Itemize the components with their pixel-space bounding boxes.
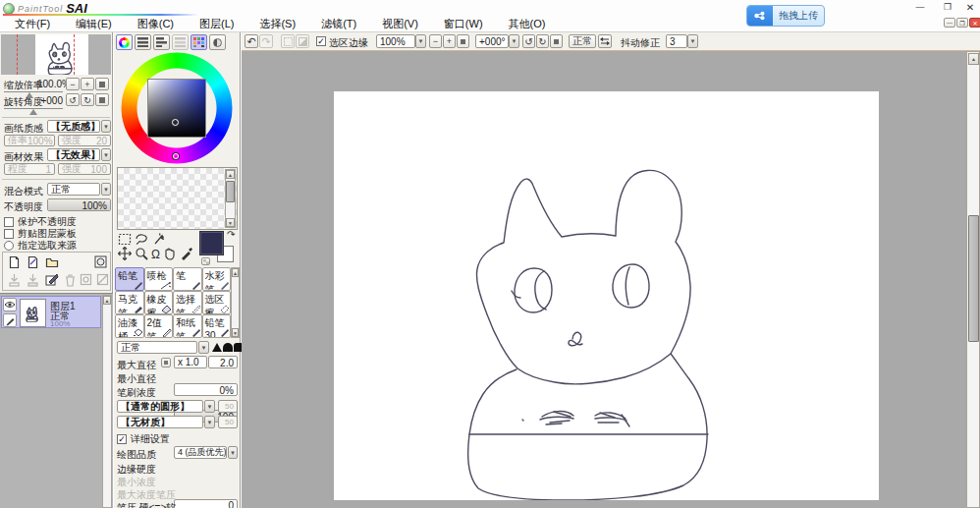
navigator-rotate-cw-button[interactable]: ↻ (81, 93, 94, 106)
quality-select[interactable]: 4 (品质优先) (174, 446, 227, 459)
blend-mode-dropdown-button[interactable]: ▼ (101, 183, 111, 196)
layer-list-scrollbar[interactable]: ▲ (102, 295, 112, 508)
drag-upload-button[interactable]: 拖拽上传 (746, 5, 825, 27)
material-strength-box[interactable]: 强度100 (58, 163, 111, 175)
canvas-scroll-up-button[interactable]: ▲ (968, 53, 979, 65)
zoom-reset-button[interactable] (457, 34, 469, 48)
paper-texture-dropdown-button[interactable]: ▼ (101, 120, 111, 133)
swatches-scroll-down-button[interactable]: ▼ (226, 218, 235, 227)
paper-strength-box[interactable]: 强度20 (58, 135, 111, 146)
paper-texture-select[interactable]: 【无质感】 (47, 120, 100, 133)
menu-others[interactable]: 其他(O) (496, 15, 559, 33)
navigator-zoom-reset-button[interactable] (95, 78, 109, 90)
rotate-cw-button[interactable]: ↻ (536, 34, 549, 48)
primary-color-swatch[interactable] (200, 232, 223, 254)
rotate-canvas-tool[interactable]: Ω (151, 249, 160, 260)
new-layer-button[interactable] (8, 255, 21, 271)
material-effect-dropdown-button[interactable]: ▼ (101, 148, 111, 161)
min-diameter-slider[interactable]: 0% (174, 383, 238, 396)
delete-layer-button[interactable] (64, 273, 77, 289)
navigator-zoom-out-button[interactable]: − (66, 78, 80, 90)
clear-layer-button[interactable] (45, 273, 59, 289)
merge-down-button[interactable] (27, 273, 39, 289)
material-degree-box[interactable]: 程度1 (4, 163, 55, 175)
swap-colors-arrow-icon[interactable]: ↷ (227, 229, 235, 240)
tool-selection-pen[interactable]: 选择笔 (173, 291, 202, 314)
detail-settings-checkbox[interactable]: ✓ (117, 434, 127, 444)
undo-button[interactable]: ↶ (245, 34, 258, 48)
menu-window[interactable]: 窗口(W) (431, 15, 496, 33)
menu-layer[interactable]: 图层(L) (187, 15, 246, 33)
tool-pencil30[interactable]: 铅笔30 (202, 314, 232, 338)
zoom-out-button[interactable]: − (429, 34, 442, 48)
redo-button[interactable]: ↷ (259, 34, 273, 48)
canvas-vertical-scrollbar[interactable]: ▲ (966, 51, 980, 508)
layer-row-selected[interactable]: 图层1 正常 100% (1, 296, 101, 328)
layer-effect-button[interactable] (96, 273, 109, 288)
angle-dropdown-button[interactable]: ▼ (509, 34, 519, 48)
tool-grid-scrollbar[interactable]: ▲ ▼ (231, 267, 240, 338)
max-diameter-slider[interactable]: 2.0 (208, 356, 238, 368)
swatches-scroll-up-button[interactable]: ▲ (226, 170, 235, 179)
clipping-mask-checkbox[interactable] (4, 229, 14, 239)
window-close-button[interactable]: ✕ (962, 2, 978, 13)
swatches-scrollbar[interactable]: ▲ ▼ (225, 169, 236, 228)
brush-mode-dropdown-button[interactable]: ▼ (198, 341, 209, 354)
layer-special-button[interactable] (94, 255, 107, 270)
zoom-tool[interactable] (135, 247, 148, 262)
brush-texture-dropdown-button[interactable]: ▼ (204, 416, 215, 428)
menu-selection[interactable]: 选择(S) (246, 15, 308, 33)
transfer-down-button[interactable] (8, 273, 21, 289)
window-maximize-button[interactable]: ❐ (936, 2, 959, 12)
doc-minimize-button[interactable]: — (944, 18, 955, 28)
paint-mode-button[interactable]: 正常 (569, 34, 596, 48)
navigator-rotate-slider[interactable] (4, 108, 63, 115)
blend-mode-select[interactable]: 正常 (47, 183, 100, 196)
selection-edge-checkbox[interactable]: ✓ (316, 36, 326, 46)
scratchpad-tab[interactable] (209, 34, 226, 50)
rgb-sliders-tab[interactable] (135, 34, 151, 50)
sv-square[interactable] (148, 80, 205, 137)
tool-airbrush[interactable]: 喷枪 (144, 267, 174, 291)
layer-mask-button[interactable] (80, 273, 92, 288)
menu-edit[interactable]: 编辑(E) (63, 15, 125, 33)
navigator-rotate-reset-button[interactable] (95, 93, 109, 106)
flip-view-button[interactable] (598, 34, 612, 48)
doc-restore-button[interactable]: ❐ (956, 18, 968, 28)
invert-selection-button[interactable] (296, 34, 309, 48)
color-wheel-tab[interactable] (116, 34, 133, 50)
protect-opacity-checkbox[interactable] (4, 217, 14, 227)
layer-visibility-toggle[interactable] (3, 298, 17, 311)
navigator-preview[interactable] (1, 34, 111, 75)
tool-watercolor[interactable]: 水彩笔 (202, 267, 232, 291)
brush-texture-select[interactable]: 【无材质】 (117, 416, 203, 428)
zoom-in-button[interactable]: + (443, 34, 456, 48)
tool-pen[interactable]: 笔 (173, 267, 202, 291)
paper-scale-box[interactable]: 倍率100% (4, 135, 55, 146)
texture-strength-box[interactable]: 50 (218, 416, 238, 428)
menu-filter[interactable]: 滤镜(T) (308, 15, 369, 33)
navigator-rotate-slider-handle[interactable] (29, 109, 37, 115)
tool-selection-eraser[interactable]: 选区擦 (202, 291, 232, 314)
swatches-scrollbar-thumb[interactable] (226, 181, 235, 202)
deselect-button[interactable] (281, 34, 295, 48)
max-diameter-unit-button[interactable] (161, 358, 171, 367)
color-wheel[interactable] (118, 52, 237, 165)
brush-shape-dropdown-button[interactable]: ▼ (204, 400, 215, 413)
layer-paint-indicator[interactable] (3, 313, 17, 327)
color-mixer-tab[interactable] (172, 34, 189, 50)
hsv-sliders-tab[interactable] (153, 34, 170, 50)
canvas-workspace[interactable]: ▲ (242, 51, 980, 508)
hand-tool[interactable] (163, 247, 177, 262)
rotate-reset-button[interactable] (550, 34, 563, 48)
doc-close-button[interactable]: ✕ (969, 18, 980, 28)
canvas-page[interactable] (334, 91, 879, 500)
zoom-value-box[interactable]: 100% (376, 34, 415, 48)
rotate-ccw-button[interactable]: ↺ (522, 34, 535, 48)
tool-grid-scroll-up-button[interactable]: ▲ (232, 268, 239, 277)
tool-marker[interactable]: 马克笔 (115, 291, 144, 314)
tool-bucket[interactable]: 油漆桶 (115, 314, 144, 338)
tool-eraser[interactable]: 橡皮擦 (144, 291, 174, 314)
layer-list-scroll-up-button[interactable]: ▲ (103, 296, 111, 305)
opacity-slider[interactable]: 100% (47, 198, 111, 211)
